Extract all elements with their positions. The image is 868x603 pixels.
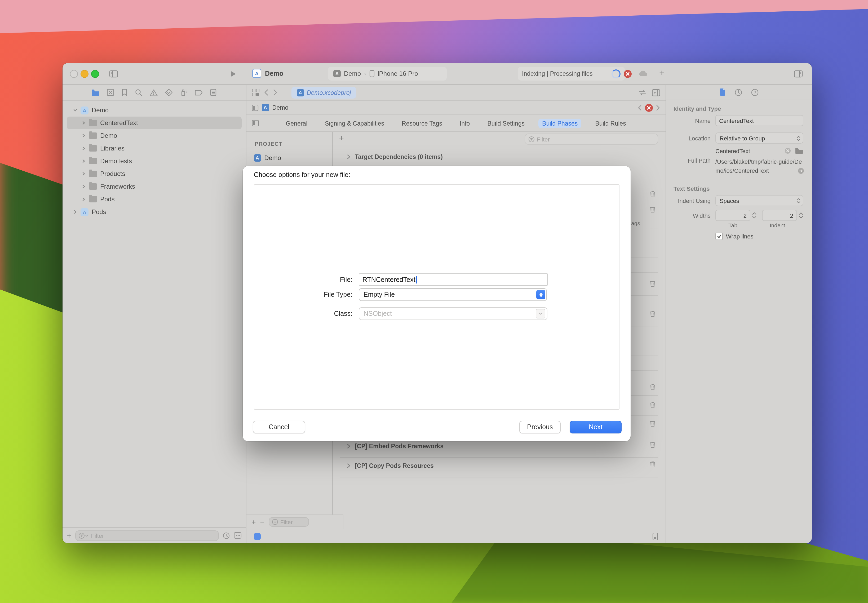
- file-inspector-icon[interactable]: [719, 88, 726, 96]
- choose-folder-icon[interactable]: [795, 147, 803, 154]
- tree-item-products[interactable]: Products: [62, 167, 246, 180]
- target-filter-field[interactable]: Filter: [269, 517, 309, 527]
- name-field[interactable]: CenteredText: [715, 115, 803, 126]
- tree-item-libraries[interactable]: Libraries: [62, 142, 246, 155]
- chevron-right-icon[interactable]: [82, 197, 86, 201]
- debug-navigator-icon[interactable]: [180, 88, 188, 96]
- trash-icon[interactable]: [649, 420, 656, 427]
- chevron-right-icon[interactable]: [73, 210, 77, 214]
- add-editor-icon[interactable]: [652, 89, 660, 96]
- jump-bar-item[interactable]: Demo: [272, 104, 288, 111]
- section-copy-pods-resources[interactable]: [CP] Copy Pods Resources: [346, 462, 434, 469]
- stepper-icon[interactable]: [752, 212, 757, 220]
- zoom-button[interactable]: [91, 70, 99, 78]
- add-item-button[interactable]: +: [67, 531, 71, 540]
- tests-navigator-icon[interactable]: [165, 88, 173, 96]
- previous-button[interactable]: Previous: [519, 421, 561, 433]
- location-popup[interactable]: Relative to Group: [715, 133, 803, 144]
- minimap-icon[interactable]: [251, 104, 258, 111]
- scheme-selector[interactable]: Demo › iPhone 16 Pro: [328, 67, 447, 80]
- add-target-button[interactable]: +: [251, 518, 256, 526]
- stepper-icon[interactable]: [798, 212, 803, 220]
- tree-item-project-pods[interactable]: Pods: [62, 206, 246, 218]
- file-type-popup[interactable]: Empty File: [359, 288, 547, 301]
- tab-signing-capabilities[interactable]: Signing & Capabilities: [321, 118, 388, 128]
- tab-build-phases[interactable]: Build Phases: [538, 118, 581, 128]
- toggle-project-column-icon[interactable]: [251, 120, 259, 127]
- add-button[interactable]: +: [659, 68, 665, 79]
- tab-width-field[interactable]: 2: [715, 210, 750, 221]
- history-inspector-icon[interactable]: [735, 88, 743, 96]
- reports-navigator-icon[interactable]: [210, 88, 217, 96]
- wrap-lines-checkbox[interactable]: [715, 233, 723, 240]
- trash-icon[interactable]: [649, 401, 656, 408]
- recent-files-icon[interactable]: [222, 532, 230, 539]
- go-back-icon[interactable]: [264, 89, 268, 96]
- trash-icon[interactable]: [649, 383, 656, 391]
- project-navigator-icon[interactable]: [91, 89, 100, 96]
- go-forward-icon[interactable]: [272, 89, 277, 96]
- navigator-filter-field[interactable]: Filter: [75, 530, 219, 541]
- class-combo[interactable]: NSObject: [359, 307, 548, 320]
- chevron-down-icon[interactable]: [73, 108, 77, 112]
- source-control-icon[interactable]: [107, 88, 115, 96]
- trash-icon[interactable]: [649, 461, 656, 468]
- tab-build-settings[interactable]: Build Settings: [484, 118, 528, 128]
- error-count-badge[interactable]: [645, 104, 653, 111]
- bookmarks-icon[interactable]: [122, 88, 128, 96]
- tree-item-demo-group[interactable]: Demo: [62, 129, 246, 142]
- chevron-right-icon[interactable]: [82, 133, 86, 138]
- tree-item-pods-group[interactable]: Pods: [62, 193, 246, 206]
- chevron-right-icon[interactable]: [346, 463, 351, 468]
- chevron-right-icon[interactable]: [82, 146, 86, 150]
- breakpoints-navigator-icon[interactable]: [195, 89, 203, 96]
- device-preview-icon[interactable]: [652, 532, 658, 540]
- issues-navigator-icon[interactable]: [150, 89, 158, 96]
- chevron-right-icon[interactable]: [82, 159, 86, 163]
- quick-help-inspector-icon[interactable]: ?: [751, 88, 759, 96]
- find-navigator-icon[interactable]: [135, 88, 143, 96]
- next-button[interactable]: Next: [569, 421, 622, 433]
- indent-width-field[interactable]: 2: [762, 210, 797, 221]
- activity-status[interactable]: Indexing | Processing files: [518, 67, 625, 80]
- chevron-right-icon[interactable]: [82, 184, 86, 189]
- run-button[interactable]: [228, 68, 238, 79]
- chevron-right-icon[interactable]: [346, 444, 351, 449]
- project-item-demo[interactable]: Demo: [254, 154, 281, 162]
- scheme-color-icon[interactable]: [254, 533, 260, 540]
- toggle-inspector-icon[interactable]: [793, 68, 803, 79]
- remove-target-button[interactable]: −: [260, 518, 265, 526]
- file-name-input[interactable]: RTNCenteredText: [359, 274, 548, 286]
- related-items-icon[interactable]: [251, 88, 259, 96]
- swap-editor-icon[interactable]: [639, 89, 647, 96]
- cancel-button[interactable]: Cancel: [253, 421, 305, 433]
- cloud-icon[interactable]: [638, 70, 648, 77]
- clear-group-icon[interactable]: [784, 147, 791, 154]
- trash-icon[interactable]: [649, 441, 656, 448]
- tree-item-project-demo[interactable]: Demo: [62, 104, 246, 117]
- minimize-button[interactable]: [80, 70, 88, 78]
- section-target-dependencies[interactable]: Target Dependencies (0 items): [346, 154, 443, 160]
- error-badge-icon[interactable]: [624, 70, 632, 78]
- chevron-right-icon[interactable]: [346, 154, 351, 159]
- trash-icon[interactable]: [649, 206, 656, 213]
- chevron-right-icon[interactable]: [82, 121, 86, 125]
- tree-item-centeredtext[interactable]: CenteredText: [67, 117, 241, 129]
- trash-icon[interactable]: [649, 310, 656, 317]
- trash-icon[interactable]: [649, 190, 656, 198]
- toggle-navigator-icon[interactable]: [108, 68, 119, 79]
- close-button[interactable]: [70, 70, 78, 78]
- tab-general[interactable]: General: [282, 118, 311, 128]
- indent-using-popup[interactable]: Spaces: [715, 195, 803, 206]
- file-tab-demo-xcodeproj[interactable]: Demo.xcodeproj: [291, 87, 356, 98]
- tab-info[interactable]: Info: [456, 118, 473, 128]
- scm-status-filter-icon[interactable]: [234, 532, 241, 539]
- build-phases-filter-field[interactable]: Filter: [525, 133, 658, 145]
- add-build-phase-button[interactable]: +: [339, 133, 344, 143]
- tab-resource-tags[interactable]: Resource Tags: [398, 118, 446, 128]
- open-path-arrow-icon[interactable]: [797, 167, 805, 174]
- chevron-right-icon[interactable]: [82, 172, 86, 176]
- previous-issue-icon[interactable]: [637, 105, 642, 110]
- tab-build-rules[interactable]: Build Rules: [591, 118, 630, 128]
- tree-item-frameworks[interactable]: Frameworks: [62, 180, 246, 193]
